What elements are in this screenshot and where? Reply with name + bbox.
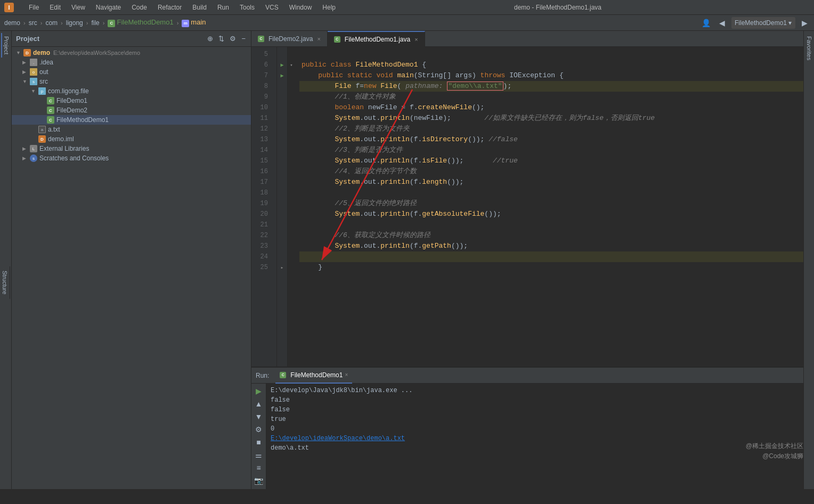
stop-button[interactable]: ■: [255, 437, 262, 448]
breadcrumb-ligong[interactable]: ligong: [66, 19, 83, 27]
line-num-23: 23: [251, 241, 272, 251]
line-num-15: 15: [251, 156, 272, 166]
output-link-path[interactable]: E:\develop\ideaWorkSpace\demo\a.txt: [271, 435, 405, 442]
line-num-25: 25: [251, 262, 272, 273]
run-config-dropdown[interactable]: FileMethodDemo1 ▾: [731, 17, 795, 29]
tab-filemethoddemo1[interactable]: C FileMethodDemo1.java ×: [328, 31, 425, 47]
menu-vcs[interactable]: VCS: [263, 3, 281, 12]
gutter-15: [277, 156, 287, 166]
tree-item-demoiml[interactable]: ▶ D demo.iml: [12, 134, 251, 144]
tree-item-demo[interactable]: ▼ D demo E:\develop\ideaWorkSpace\demo: [12, 48, 251, 58]
breadcrumb-class[interactable]: CFileMethodDemo1: [108, 18, 173, 27]
tab-run-filemethoddemo1[interactable]: C FileMethodDemo1 ×: [275, 368, 352, 384]
project-panel-header: Project ⊕ ⇅ ⚙ −: [12, 31, 251, 47]
tree-arrow-demo: ▼: [16, 50, 22, 55]
code-line-15: System.out.println(f.isFile()); //true: [299, 156, 803, 166]
tab-label-filedemo2: FileDemo2.java: [268, 35, 313, 43]
menu-refactor[interactable]: Refactor: [156, 3, 184, 12]
output-line-path[interactable]: E:\develop\ideaWorkSpace\demo\a.txt: [271, 434, 799, 443]
breadcrumb-method[interactable]: mmain: [182, 18, 206, 27]
menu-view[interactable]: View: [69, 3, 87, 12]
app-icon: I: [4, 3, 14, 12]
output-line-true: true: [271, 414, 799, 424]
breadcrumb-com[interactable]: com: [45, 19, 58, 27]
account-icon[interactable]: 👤: [699, 18, 713, 28]
gutter-7[interactable]: ▶: [277, 70, 287, 81]
project-tab[interactable]: Project: [1, 33, 11, 58]
camera-button[interactable]: 📷: [253, 475, 264, 486]
run-panel-sidebar: ▶ ▲ ▼ ⚙ ■ ⚌ ≡ 📷: [251, 384, 266, 489]
tree-item-src[interactable]: ▼ s src: [12, 77, 251, 86]
menu-window[interactable]: Window: [287, 3, 314, 12]
fold-8: [288, 70, 295, 81]
code-line-10: boolean newFile = f.createNewFile();: [299, 102, 803, 113]
breadcrumb-src[interactable]: src: [29, 19, 37, 27]
line-num-21: 21: [251, 220, 272, 230]
menu-build[interactable]: Build: [190, 3, 209, 12]
menu-code[interactable]: Code: [129, 3, 149, 12]
project-hide-icon[interactable]: −: [240, 34, 247, 44]
gutter-6[interactable]: ▶: [277, 60, 287, 70]
code-text-15: System.out.println(f.isFile()); //true: [302, 156, 518, 166]
tree-item-extlibs[interactable]: ▶ L External Libraries: [12, 144, 251, 153]
filter-button[interactable]: ⚌: [254, 450, 263, 460]
tab-close-filemethoddemo1[interactable]: ×: [414, 36, 418, 43]
nav-right: 👤 ◀ FileMethodDemo1 ▾ ▶: [699, 17, 810, 29]
breadcrumb-demo[interactable]: demo: [4, 19, 20, 27]
tree-item-out[interactable]: ▶ o out: [12, 67, 251, 77]
menu-edit[interactable]: Edit: [47, 3, 63, 12]
menu-run[interactable]: Run: [215, 3, 231, 12]
code-line-21: [299, 220, 803, 230]
menu-file[interactable]: File: [27, 3, 41, 12]
tree-item-atxt[interactable]: ▶ a a.txt: [12, 125, 251, 134]
gutter-24: [277, 251, 287, 262]
tab-filedemo2[interactable]: C FileDemo2.java ×: [251, 31, 328, 47]
output-line-zero: 0: [271, 424, 799, 434]
gutter-12: [277, 124, 287, 134]
tree-item-idea[interactable]: ▶ . .idea: [12, 58, 251, 67]
run-config-more[interactable]: ▶: [800, 18, 810, 28]
tab-close-filedemo2[interactable]: ×: [317, 36, 320, 42]
run-output: E:\develop\Java\jdk8\bin\java.exe ... fa…: [266, 384, 803, 489]
code-content: public class FileMethodDemo1 { public st…: [295, 47, 803, 367]
tree-item-filemethoddemo1[interactable]: ▶ C FileMethodDemo1: [12, 115, 251, 125]
tree-arrow-package: ▼: [31, 88, 37, 94]
menu-tools[interactable]: Tools: [238, 3, 257, 12]
run-tab-close[interactable]: ×: [345, 372, 348, 378]
scroll-down-button[interactable]: ▼: [254, 411, 264, 422]
tree-item-package[interactable]: ▼ p com.ligong.file: [12, 86, 251, 96]
menu-help[interactable]: Help: [320, 3, 338, 12]
run-arrow-icon-7[interactable]: ▶: [280, 72, 283, 79]
watermark: @稀土掘金技术社区 @Code攻城狮: [746, 441, 803, 461]
tree-label-package: com.ligong.file: [48, 87, 89, 95]
project-settings-icon[interactable]: ⚙: [229, 34, 237, 44]
favorites-tab[interactable]: Favorites: [805, 33, 813, 63]
settings-button[interactable]: ⚙: [254, 424, 263, 435]
tree-item-scratches[interactable]: ▶ s Scratches and Consoles: [12, 153, 251, 163]
more-button[interactable]: ≡: [255, 462, 262, 473]
run-arrow-icon-6[interactable]: ▶: [280, 62, 283, 68]
run-tab-icon: C: [280, 372, 286, 378]
project-collapse-all-icon[interactable]: ⇅: [217, 34, 225, 44]
run-button[interactable]: ▶: [255, 386, 263, 396]
back-icon[interactable]: ◀: [717, 18, 727, 28]
fold-icon-25[interactable]: ▸: [281, 265, 283, 271]
scroll-up-button[interactable]: ▲: [254, 399, 264, 409]
gutter-21: [277, 220, 287, 230]
line-num-13: 13: [251, 134, 272, 145]
code-line-8: File f=new File( pathname: "demo\\a.txt"…: [299, 81, 803, 92]
fold-23: [288, 230, 295, 241]
fold-13: [288, 124, 295, 134]
menu-navigate[interactable]: Navigate: [94, 3, 123, 12]
structure-sidebar-tab[interactable]: Structure: [0, 266, 10, 299]
line-num-8: 8: [251, 81, 272, 92]
breadcrumb-file[interactable]: file: [91, 19, 99, 27]
fold-22: [288, 220, 295, 230]
tree-item-filedemo2[interactable]: ▶ C FileDemo2: [12, 105, 251, 115]
fold-17: [288, 166, 295, 177]
project-scope-icon[interactable]: ⊕: [206, 34, 214, 44]
fold-icon-7[interactable]: ▾: [290, 62, 292, 68]
menu-bar: File Edit View Navigate Code Refactor Bu…: [27, 3, 338, 12]
tree-item-filedemo1[interactable]: ▶ C FileDemo1: [12, 96, 251, 105]
gutter-11: [277, 113, 287, 124]
